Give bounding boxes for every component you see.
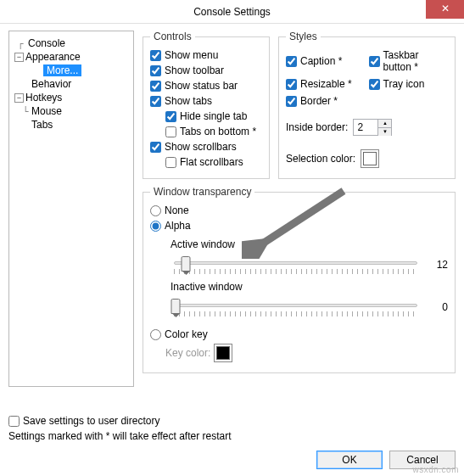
styles-group: Styles Caption * Taskbar button * Resiza… (278, 31, 456, 179)
inside-border-input[interactable] (354, 120, 377, 135)
transparency-alpha-radio[interactable] (150, 221, 161, 232)
show-scrollbars-cb[interactable] (150, 142, 161, 153)
active-window-label: Active window (171, 238, 448, 250)
inside-border-spinner[interactable]: ▲ ▼ (353, 119, 392, 136)
inactive-window-value: 0 (429, 301, 448, 313)
active-window-slider[interactable] (171, 254, 421, 276)
controls-group: Controls Show menu Show toolbar Show sta… (143, 31, 270, 179)
inactive-window-label: Inactive window (171, 281, 448, 293)
flat-scrollbars-cb[interactable] (165, 157, 176, 168)
tray-icon-cb[interactable] (369, 79, 380, 90)
tree-appearance[interactable]: Appearance (25, 51, 81, 63)
close-button[interactable]: ✕ (426, 0, 464, 19)
spin-up-icon[interactable]: ▲ (377, 120, 391, 128)
show-menu-cb[interactable] (150, 50, 161, 61)
border-cb[interactable] (286, 96, 297, 107)
selection-color-label: Selection color: (286, 153, 355, 165)
styles-legend: Styles (286, 31, 321, 42)
active-window-value: 12 (429, 259, 448, 271)
caption-cb[interactable] (286, 56, 297, 67)
transparency-legend: Window transparency (150, 186, 254, 198)
transparency-none-radio[interactable] (150, 205, 161, 216)
collapse-icon[interactable]: − (14, 93, 24, 103)
resizable-cb[interactable] (286, 79, 297, 90)
settings-tree[interactable]: ┌Console −Appearance More... Behavior −H… (8, 31, 134, 387)
transparency-group: Window transparency None Alpha Active wi… (143, 186, 456, 373)
restart-note: Settings marked with * will take effect … (8, 430, 456, 442)
taskbar-button-cb[interactable] (369, 56, 380, 67)
inactive-window-slider[interactable] (171, 296, 421, 318)
key-color-swatch[interactable] (214, 344, 232, 362)
inside-border-label: Inside border: (286, 121, 348, 133)
hide-single-tab-cb[interactable] (165, 111, 176, 122)
tree-tabs[interactable]: Tabs (31, 119, 53, 131)
spin-down-icon[interactable]: ▼ (377, 128, 391, 136)
tree-more[interactable]: More... (43, 64, 81, 76)
ok-button[interactable]: OK (316, 451, 383, 469)
watermark: wsxdn.com (412, 465, 459, 474)
tree-console[interactable]: Console (28, 37, 65, 49)
selection-color-swatch[interactable] (361, 149, 379, 168)
tabs-on-bottom-cb[interactable] (165, 126, 176, 137)
close-icon: ✕ (441, 3, 450, 14)
titlebar: Console Settings ✕ (0, 0, 464, 24)
tree-behavior[interactable]: Behavior (31, 78, 71, 90)
tree-hotkeys[interactable]: Hotkeys (25, 92, 62, 104)
controls-legend: Controls (150, 31, 195, 42)
tree-mouse[interactable]: Mouse (31, 105, 62, 117)
show-toolbar-cb[interactable] (150, 65, 161, 76)
collapse-icon[interactable]: − (14, 53, 24, 62)
transparency-colorkey-radio[interactable] (150, 329, 161, 340)
save-to-user-dir-cb[interactable] (8, 416, 20, 427)
show-tabs-cb[interactable] (150, 96, 161, 107)
key-color-label: Key color: (165, 347, 210, 359)
window-title: Console Settings (193, 6, 271, 18)
show-statusbar-cb[interactable] (150, 81, 161, 92)
